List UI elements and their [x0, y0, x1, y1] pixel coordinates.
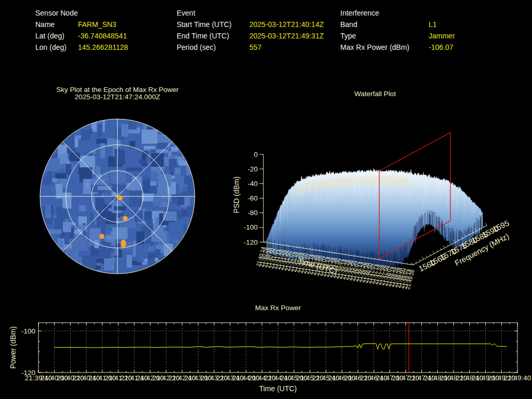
section-title: Event: [177, 7, 324, 19]
field-value: L1: [429, 19, 437, 30]
sky-heatmap-patch: [168, 151, 171, 156]
waterfall-freq-tick: [419, 260, 420, 261]
sky-heatmap-patch: [86, 182, 89, 187]
sky-plot-title: Sky Plot at the Epoch of Max Rx Power 20…: [24, 86, 211, 101]
sky-heatmap-patch: [126, 183, 135, 191]
sky-heatmap-patch: [62, 193, 71, 208]
sky-heatmap-patch: [100, 143, 105, 158]
waterfall-z-tick-label: 0: [254, 151, 258, 158]
field-value: -106.07: [429, 42, 453, 53]
sky-heatmap-patch: [88, 129, 92, 135]
sky-heatmap-patch: [75, 138, 78, 147]
waterfall-plot-canvas: 0-20-40-60-80-100-120PSD (dBm)21:40:1421…: [229, 99, 532, 292]
waterfall-freq-tick: [437, 250, 438, 252]
waterfall-freq-tick: [483, 226, 484, 228]
sky-heatmap-patch: [148, 258, 155, 271]
waterfall-freq-tick: [422, 257, 424, 259]
waterfall-z-axis-label: PSD (dBm): [232, 177, 241, 214]
field-value: 2025-03-12T21:40:14Z: [249, 19, 324, 30]
field-label: Type: [340, 30, 429, 42]
sky-plot-title-line2: 2025-03-12T21:47:24.000Z: [24, 94, 211, 101]
sky-heatmap-patch: [51, 188, 55, 191]
sky-heatmap-patch: [148, 246, 155, 252]
sky-heatmap-patch: [112, 228, 127, 240]
sky-heatmap-patch: [177, 196, 184, 205]
field-value: FARM_SN3: [78, 19, 116, 30]
sky-heatmap-patch: [121, 124, 128, 137]
field-label: Band: [340, 19, 429, 30]
sky-heatmap-patch: [43, 158, 59, 171]
field-value: -36.740848541: [78, 30, 127, 42]
sky-heatmap-patch: [153, 195, 162, 206]
waterfall-z-tick-label: -80: [247, 209, 258, 217]
waterfall-freq-tick: [433, 251, 434, 254]
waterfall-freq-tick: [451, 243, 452, 244]
sky-heatmap-patch: [57, 238, 61, 250]
power-data-line: [55, 343, 507, 349]
sky-heatmap-patch: [111, 183, 119, 192]
section-title: Sensor Node: [35, 7, 128, 19]
power-y-axis-label: Power (dBm): [9, 326, 17, 369]
max-rx-power-plot-canvas: Max Rx PowerPower (dBm)Time (UTC)21:39:4…: [0, 301, 532, 399]
sky-heatmap-patch: [175, 168, 180, 174]
sky-heatmap-patch: [143, 180, 150, 193]
sky-heatmap-patch: [42, 176, 51, 184]
sky-heatmap-patch: [52, 178, 57, 182]
waterfall-freq-tick: [426, 256, 427, 257]
sky-heatmap-patch: [118, 150, 125, 164]
waterfall-z-tick-label: -120: [244, 238, 258, 246]
field-value: 145.266281128: [78, 42, 128, 53]
sky-heatmap-patch: [174, 239, 179, 243]
power-x-axis-label: Time (UTC): [259, 384, 297, 393]
sky-heatmap-patch: [169, 222, 184, 238]
sky-heatmap-patch: [135, 210, 143, 222]
event-section: Event Start Time (UTC)2025-03-12T21:40:1…: [177, 7, 324, 53]
power-y-tick-label: -100: [21, 327, 35, 335]
sky-heatmap-patch: [151, 153, 164, 167]
interference-section: Interference BandL1 TypeJammer Max Rx Po…: [340, 7, 455, 53]
sky-heatmap-patch: [111, 171, 126, 184]
waterfall-z-tick-label: -40: [247, 180, 258, 188]
sky-heatmap-patch: [126, 168, 142, 171]
sky-source-dot: [123, 216, 128, 221]
sky-source-dot: [121, 240, 126, 248]
sky-heatmap-patch: [142, 129, 158, 143]
field-label: Max Rx Power (dBm): [340, 42, 429, 53]
field-value: 557: [249, 42, 261, 53]
field-value: Jammer: [429, 30, 455, 42]
sky-heatmap-patch: [91, 137, 96, 149]
sky-heatmap-patch: [98, 124, 102, 137]
power-y-tick-label: -120: [21, 369, 35, 377]
sky-heatmap-patch: [79, 156, 95, 167]
sky-heatmap-patch: [66, 164, 72, 175]
field-label: End Time (UTC): [177, 30, 249, 42]
sky-heatmap-patch: [58, 144, 67, 153]
waterfall-freq-tick: [440, 248, 441, 250]
sky-heatmap-patch: [104, 258, 114, 270]
sky-heatmap-patch: [114, 206, 126, 210]
sky-heatmap-patch: [139, 160, 145, 164]
sky-heatmap-patch: [64, 232, 70, 245]
waterfall-title: Waterfall Plot: [323, 90, 427, 98]
sky-heatmap-patch: [79, 205, 86, 211]
power-plot-title: Max Rx Power: [255, 304, 301, 312]
sky-heatmap-patch: [57, 207, 69, 219]
section-title: Interference: [340, 7, 455, 19]
waterfall-z-tick-label: -100: [244, 223, 258, 231]
sky-heatmap-patch: [76, 139, 92, 153]
sky-heatmap-patch: [109, 121, 118, 125]
sky-heatmap-patch: [144, 146, 155, 149]
sky-heatmap-patch: [156, 143, 168, 149]
dashboard: Sensor Node NameFARM_SN3 Lat (deg)-36.74…: [0, 0, 532, 399]
waterfall-freq-tick: [430, 254, 431, 256]
waterfall-freq-tick: [416, 261, 417, 263]
sky-heatmap-patch: [91, 151, 96, 154]
sky-heatmap-patch: [66, 249, 76, 262]
field-label: Lat (deg): [35, 30, 78, 42]
sky-heatmap-patch: [95, 197, 104, 210]
sky-source-dot: [117, 195, 123, 201]
waterfall-freq-tick: [485, 223, 487, 225]
sky-heatmap-patch: [59, 134, 74, 145]
sky-heatmap-patch: [184, 176, 200, 185]
power-x-tick-label: 21:49:40: [504, 374, 531, 382]
